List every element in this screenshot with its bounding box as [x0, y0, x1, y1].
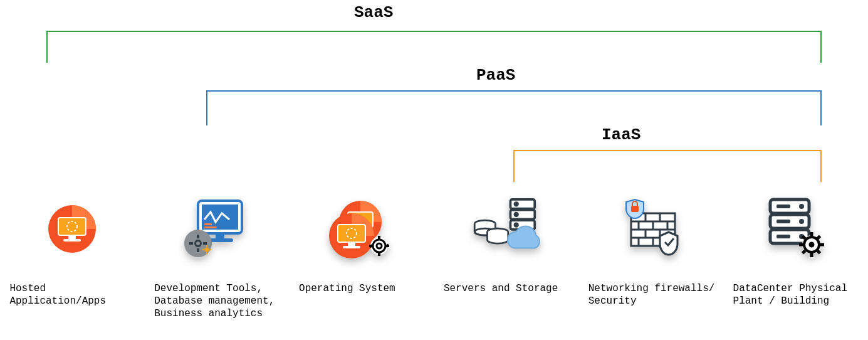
svg-point-43 — [515, 213, 518, 216]
svg-rect-34 — [378, 252, 380, 256]
svg-rect-20 — [206, 252, 207, 254]
svg-rect-77 — [799, 243, 803, 247]
bracket-iaas — [0, 0, 868, 207]
firewall-icon — [614, 194, 689, 263]
svg-rect-68 — [776, 235, 790, 238]
svg-rect-1 — [58, 218, 86, 235]
svg-rect-3 — [68, 235, 76, 239]
svg-point-44 — [515, 223, 518, 226]
cloud-service-models-diagram: SaaS PaaS IaaS Hosted Application/App — [0, 0, 868, 340]
os-icon — [324, 194, 399, 263]
svg-rect-4 — [63, 239, 81, 242]
svg-rect-7 — [204, 223, 212, 225]
dev-tools-icon — [179, 194, 254, 263]
layer-label: DataCenter Physical Plant / Building — [727, 282, 865, 307]
svg-rect-67 — [776, 220, 790, 223]
svg-rect-19 — [206, 245, 207, 247]
svg-rect-26 — [338, 225, 365, 242]
layer-items-row: Hosted Application/Apps — [0, 194, 868, 320]
layer-label: Operating System — [293, 282, 431, 295]
layer-item-dev-tools: Development Tools, Database management, … — [145, 194, 290, 320]
svg-point-17 — [196, 242, 200, 245]
svg-rect-33 — [378, 236, 380, 240]
layer-label: Servers and Storage — [437, 282, 575, 295]
svg-rect-29 — [343, 246, 360, 248]
layer-item-os: Operating System — [290, 194, 434, 320]
svg-rect-9 — [216, 233, 224, 238]
svg-rect-14 — [197, 248, 199, 252]
datacenter-icon — [758, 194, 834, 263]
svg-point-70 — [799, 219, 804, 224]
svg-point-42 — [515, 203, 518, 206]
layer-label: Hosted Application/Apps — [3, 282, 141, 307]
svg-rect-75 — [810, 232, 813, 236]
layer-item-hosted-app: Hosted Application/Apps — [0, 194, 145, 320]
layer-item-datacenter: DataCenter Physical Plant / Building — [723, 194, 868, 320]
svg-rect-28 — [348, 242, 355, 246]
svg-rect-78 — [820, 243, 824, 247]
servers-icon — [469, 194, 544, 263]
layer-item-servers: Servers and Storage — [434, 194, 578, 320]
svg-rect-66 — [776, 205, 790, 208]
layer-label: Development Tools, Database management, … — [148, 282, 286, 320]
svg-point-69 — [799, 204, 804, 209]
svg-rect-15 — [189, 242, 193, 245]
svg-rect-8 — [204, 226, 217, 228]
svg-point-18 — [205, 247, 209, 252]
svg-rect-16 — [203, 242, 207, 245]
svg-point-74 — [808, 242, 814, 248]
layer-item-security: Networking firewalls/ Security — [578, 194, 723, 320]
svg-rect-22 — [209, 249, 211, 250]
layer-label: Networking firewalls/ Security — [582, 282, 720, 307]
svg-rect-13 — [197, 235, 199, 238]
svg-rect-76 — [810, 253, 813, 257]
svg-rect-21 — [202, 249, 204, 250]
svg-rect-62 — [631, 206, 639, 212]
hosted-app-icon — [34, 194, 110, 263]
